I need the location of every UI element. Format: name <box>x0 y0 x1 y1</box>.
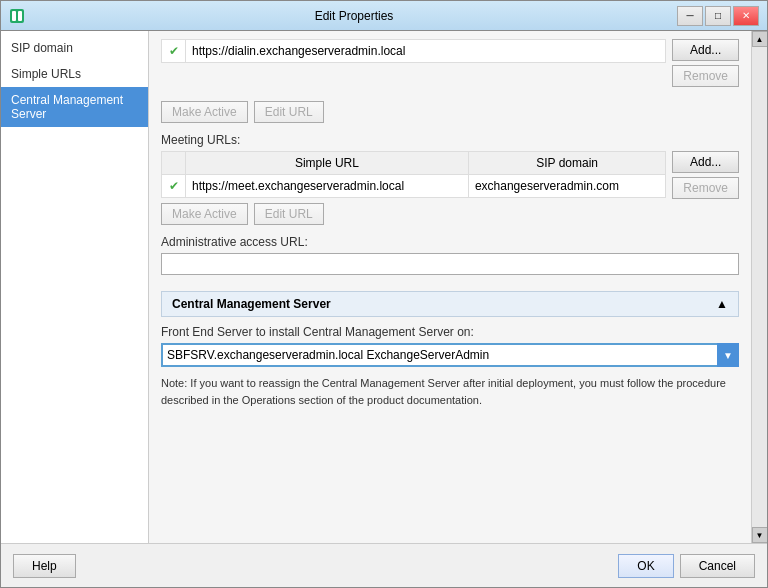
dialin-add-button[interactable]: Add... <box>672 39 739 61</box>
meeting-col-sip-domain: SIP domain <box>468 152 665 175</box>
scrollbar: ▲ ▼ <box>751 31 767 543</box>
dialin-url-area: ✔ https://dialin.exchangeserveradmin.loc… <box>161 39 739 87</box>
sidebar-item-central-management-server[interactable]: Central Management Server <box>1 87 148 127</box>
footer-right: OK Cancel <box>618 554 755 578</box>
meeting-add-button[interactable]: Add... <box>672 151 739 173</box>
sidebar: SIP domain Simple URLs Central Managemen… <box>1 31 149 543</box>
sidebar-item-sip-domain[interactable]: SIP domain <box>1 35 148 61</box>
meeting-url-table: Simple URL SIP domain ✔ https://meet.exc… <box>161 151 666 198</box>
cms-section-header: Central Management Server ▲ <box>161 291 739 317</box>
cms-section: Central Management Server ▲ Front End Se… <box>161 285 739 416</box>
admin-url-label: Administrative access URL: <box>161 235 739 249</box>
help-button[interactable]: Help <box>13 554 76 578</box>
dialin-url-row: ✔ https://dialin.exchangeserveradmin.loc… <box>162 40 666 63</box>
content-area: SIP domain Simple URLs Central Managemen… <box>1 31 767 543</box>
meeting-edit-url-button[interactable]: Edit URL <box>254 203 324 225</box>
app-icon <box>9 8 25 24</box>
meeting-action-buttons: Make Active Edit URL <box>161 203 739 225</box>
close-button[interactable]: ✕ <box>733 6 759 26</box>
meeting-col-simple-url: Simple URL <box>186 152 469 175</box>
scroll-up-button[interactable]: ▲ <box>752 31 768 47</box>
front-end-select-wrapper: SBFSRV.exchangeserveradmin.local Exchang… <box>161 343 739 367</box>
meeting-remove-button[interactable]: Remove <box>672 177 739 199</box>
dialin-make-active-button[interactable]: Make Active <box>161 101 248 123</box>
meeting-section-label: Meeting URLs: <box>161 133 739 147</box>
window-controls: ─ □ ✕ <box>677 6 759 26</box>
meeting-col-check <box>162 152 186 175</box>
front-end-select[interactable]: SBFSRV.exchangeserveradmin.local Exchang… <box>161 343 739 367</box>
footer: Help OK Cancel <box>1 543 767 587</box>
meeting-table-header: Simple URL SIP domain <box>162 152 666 175</box>
meeting-check: ✔ <box>162 175 186 198</box>
dialin-check: ✔ <box>162 40 186 63</box>
dialin-remove-button[interactable]: Remove <box>672 65 739 87</box>
dialin-table-wrapper: ✔ https://dialin.exchangeserveradmin.loc… <box>161 39 666 63</box>
scroll-down-button[interactable]: ▼ <box>752 527 768 543</box>
dialin-action-buttons: Make Active Edit URL <box>161 101 739 123</box>
title-bar: Edit Properties ─ □ ✕ <box>1 1 767 31</box>
meeting-btn-col: Add... Remove <box>672 151 739 199</box>
meeting-simple-url: https://meet.exchangeserveradmin.local <box>186 175 469 198</box>
cancel-button[interactable]: Cancel <box>680 554 755 578</box>
svg-rect-2 <box>18 11 22 21</box>
admin-url-input[interactable] <box>161 253 739 275</box>
note-area: Note: If you want to reassign the Centra… <box>161 375 739 408</box>
scroll-track <box>753 47 767 527</box>
meeting-sip-domain: exchangeserveradmin.com <box>468 175 665 198</box>
dialin-btn-col: Add... Remove <box>672 39 739 87</box>
front-end-label: Front End Server to install Central Mana… <box>161 325 739 339</box>
meeting-section: Meeting URLs: Simple URL SIP domain <box>161 133 739 225</box>
svg-rect-1 <box>12 11 16 21</box>
window-title: Edit Properties <box>31 9 677 23</box>
main-panel: ✔ https://dialin.exchangeserveradmin.loc… <box>149 31 751 543</box>
edit-properties-window: Edit Properties ─ □ ✕ SIP domain Simple … <box>0 0 768 588</box>
meeting-url-area: Simple URL SIP domain ✔ https://meet.exc… <box>161 151 739 199</box>
meeting-make-active-button[interactable]: Make Active <box>161 203 248 225</box>
minimize-button[interactable]: ─ <box>677 6 703 26</box>
admin-url-section: Administrative access URL: <box>161 235 739 275</box>
meeting-table-wrapper: Simple URL SIP domain ✔ https://meet.exc… <box>161 151 666 198</box>
cms-section-body: Front End Server to install Central Mana… <box>161 317 739 416</box>
cms-section-title: Central Management Server <box>172 297 331 311</box>
dialin-url-table: ✔ https://dialin.exchangeserveradmin.loc… <box>161 39 666 63</box>
dialin-edit-url-button[interactable]: Edit URL <box>254 101 324 123</box>
sidebar-item-simple-urls[interactable]: Simple URLs <box>1 61 148 87</box>
ok-button[interactable]: OK <box>618 554 673 578</box>
note-text: Note: If you want to reassign the Centra… <box>161 377 726 406</box>
cms-collapse-icon[interactable]: ▲ <box>716 297 728 311</box>
maximize-button[interactable]: □ <box>705 6 731 26</box>
meeting-table-row: ✔ https://meet.exchangeserveradmin.local… <box>162 175 666 198</box>
dialin-url-cell: https://dialin.exchangeserveradmin.local <box>186 40 666 63</box>
